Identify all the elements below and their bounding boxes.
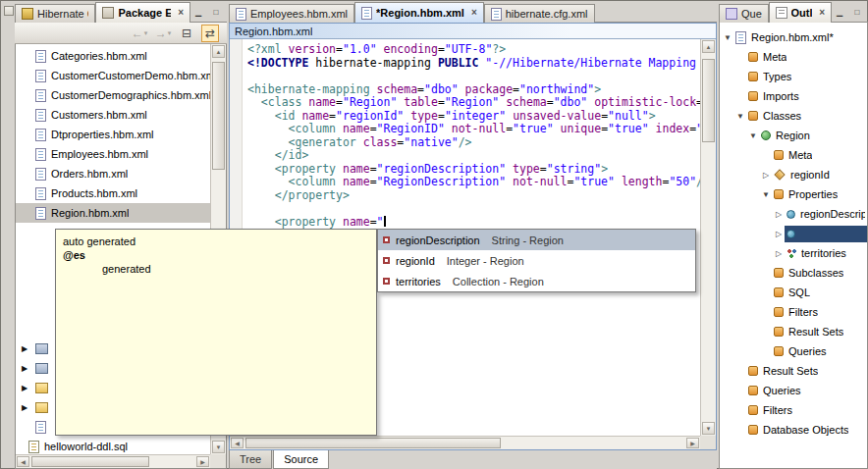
collapse-icon[interactable]: ▼	[747, 131, 759, 140]
minimize-button[interactable]: ▁	[190, 6, 206, 19]
outline-item[interactable]: Result Sets	[720, 322, 867, 341]
scroll-up-icon[interactable]: ▲	[212, 45, 225, 58]
code-line[interactable]	[247, 202, 700, 216]
expand-icon[interactable]: ▶	[19, 403, 30, 412]
scroll-left-icon[interactable]: ◀	[17, 456, 29, 467]
fast-view-button[interactable]	[4, 6, 14, 16]
outline-item[interactable]: Database Objects	[720, 420, 867, 440]
outline-item[interactable]: Types	[720, 67, 867, 86]
expand-icon[interactable]: ▶	[19, 384, 30, 392]
code-token: =	[417, 82, 424, 96]
tree-item[interactable]: Region.hbm.xml	[16, 203, 210, 223]
minimize-button[interactable]: ▁	[832, 6, 847, 19]
close-icon[interactable]	[471, 8, 477, 18]
outline-item[interactable]: Meta	[720, 145, 867, 165]
scroll-left-icon[interactable]: ◀	[231, 438, 244, 448]
scroll-right-icon[interactable]: ▶	[686, 438, 699, 448]
hbm-file-icon	[35, 168, 46, 181]
code-token: <class	[261, 95, 308, 109]
expand-icon[interactable]: ▶	[19, 344, 30, 353]
code-line[interactable]: <property name="regionDescription" type=…	[247, 163, 700, 177]
collapse-all-button[interactable]: ⊟	[178, 25, 195, 42]
outline-item[interactable]: ▷territories	[720, 243, 867, 263]
tree-item[interactable]: Orders.hbm.xml	[16, 164, 210, 183]
tree-item[interactable]: Dtproperties.hbm.xml	[16, 125, 210, 144]
expand-icon[interactable]: ▷	[773, 249, 785, 258]
collapse-icon[interactable]: ▼	[734, 112, 746, 121]
expand-icon[interactable]: ▷	[773, 230, 785, 238]
outline-item[interactable]: Result Sets	[720, 361, 867, 381]
tree-item[interactable]: Customers.hbm.xml	[16, 105, 210, 125]
maximize-button[interactable]: □	[208, 6, 224, 19]
collapse-icon[interactable]: ▼	[760, 190, 772, 199]
code-line[interactable]: <column name="RegionDescription" not-nul…	[247, 176, 700, 189]
code-line[interactable]: <hibernate-mapping schema="dbo" package=…	[247, 83, 700, 97]
outline-item[interactable]: ▼Properties	[720, 184, 867, 204]
scroll-thumb[interactable]	[245, 438, 501, 448]
tree-item[interactable]: CustomerCustomerDemo.hbm.xml	[16, 66, 210, 85]
completion-item[interactable]: regionIdInteger - Region	[378, 250, 695, 271]
expand-icon[interactable]: ▶	[19, 364, 30, 373]
tree-item[interactable]: CustomerDemographics.hbm.xml	[16, 85, 210, 105]
outline-item[interactable]: ▷regionDescription	[720, 204, 867, 224]
tab-employees-hbm[interactable]: Employees.hbm.xml	[229, 4, 354, 23]
outline-item[interactable]: Queries	[720, 381, 867, 400]
completion-item[interactable]: territoriesCollection - Region	[378, 271, 695, 291]
page-tab-source[interactable]: Source	[273, 450, 329, 469]
back-button[interactable]: ←▾	[131, 25, 148, 42]
scroll-right-icon[interactable]: ▶	[196, 456, 209, 467]
scroll-thumb[interactable]	[212, 62, 225, 170]
page-tab-tree[interactable]: Tree	[229, 450, 272, 469]
editor-horizontal-scrollbar[interactable]: ◀ ▶	[230, 436, 700, 449]
completion-item[interactable]: regionDescriptionString - Region	[378, 230, 695, 250]
outline-item[interactable]: Imports	[720, 86, 867, 106]
outline-item[interactable]: Filters	[720, 400, 867, 420]
scroll-up-icon[interactable]: ▲	[702, 40, 715, 53]
expand-icon[interactable]: ▷	[773, 210, 785, 219]
tree-item[interactable]: Employees.hbm.xml	[16, 144, 210, 164]
scroll-thumb[interactable]	[702, 59, 715, 142]
outline-item[interactable]: ▼Region	[720, 126, 867, 145]
outline-item[interactable]: Queries	[720, 341, 867, 361]
tab-region-hbm[interactable]: *Region.hbm.xml	[354, 2, 484, 23]
outline-item[interactable]: Meta	[720, 47, 867, 67]
tab-queries-view[interactable]: Que	[719, 4, 769, 23]
close-icon[interactable]	[178, 8, 184, 18]
code-line[interactable]: <class name="Region" table="Region" sche…	[247, 96, 700, 110]
tab-outline[interactable]: Outl	[769, 2, 832, 23]
close-icon[interactable]	[819, 8, 825, 18]
code-line[interactable]: <?xml version="1.0" encoding="UTF-8"?>	[247, 43, 700, 57]
forward-button[interactable]: →▾	[154, 25, 172, 42]
outline-item[interactable]: SQL	[720, 283, 867, 302]
tab-hibernate-cfg[interactable]: hibernate.cfg.xml	[484, 4, 595, 23]
code-token: "native"	[404, 135, 458, 149]
code-line[interactable]: <id name="regionId" type="integer" unsav…	[247, 110, 700, 124]
scroll-down-icon[interactable]: ▼	[702, 422, 715, 435]
code-line[interactable]	[247, 70, 700, 83]
outline-item[interactable]: ▼Region.hbm.xml*	[720, 27, 867, 47]
outline-item[interactable]: ▼Classes	[720, 106, 867, 126]
collapse-icon[interactable]: ▼	[722, 33, 733, 42]
code-line[interactable]: <!DOCTYPE hibernate-mapping PUBLIC "-//H…	[247, 57, 700, 71]
maximize-button[interactable]: □	[849, 6, 865, 19]
code-line[interactable]: <column name="RegionID" not-null="true" …	[247, 123, 700, 136]
explorer-horizontal-scrollbar[interactable]: ◀ ▶	[16, 454, 210, 468]
code-line[interactable]: </property>	[247, 189, 700, 203]
scroll-down-icon[interactable]: ▼	[212, 441, 225, 453]
tab-hibernate-configurations[interactable]: Hibernate C	[15, 4, 95, 23]
outline-item[interactable]: Filters	[720, 302, 867, 322]
link-with-editor-button[interactable]: ⇄	[201, 25, 219, 42]
code-line[interactable]: </id>	[247, 149, 700, 163]
expand-icon[interactable]: ▷	[760, 171, 772, 180]
code-line[interactable]: <property name="	[247, 216, 700, 230]
outline-item[interactable]: ▷regionId	[720, 165, 867, 184]
outline-item[interactable]: Subclasses	[720, 263, 867, 283]
tree-item[interactable]: helloworld-ddl.sql	[16, 437, 210, 454]
outline-item[interactable]: ▷	[720, 224, 867, 243]
editor-vertical-scrollbar[interactable]: ▲ ▼	[700, 39, 716, 436]
tree-item[interactable]: Products.hbm.xml	[16, 183, 210, 203]
scroll-thumb[interactable]	[31, 456, 149, 467]
tree-item[interactable]: Categories.hbm.xml	[16, 46, 210, 66]
tab-package-explorer[interactable]: Package Ex	[95, 2, 190, 23]
code-line[interactable]: <generator class="native"/>	[247, 136, 700, 150]
